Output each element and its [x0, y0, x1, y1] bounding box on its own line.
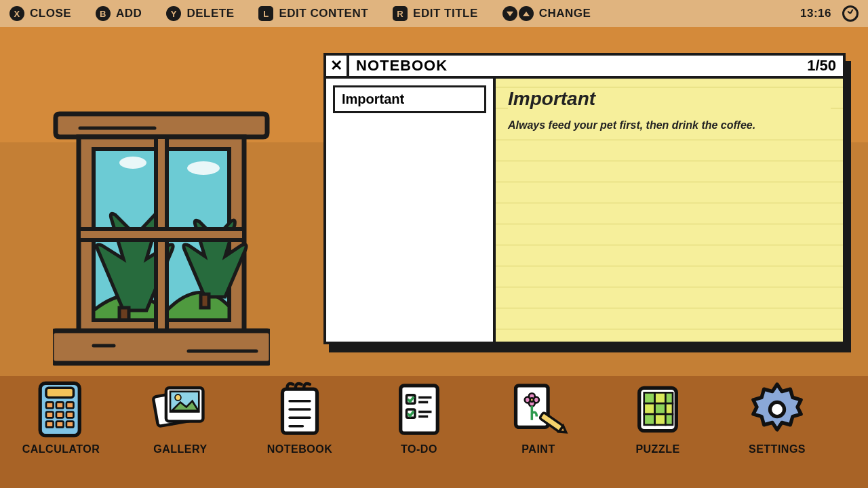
puzzle-icon	[628, 380, 688, 439]
svg-rect-17	[56, 402, 64, 408]
hint-change: CHANGE	[502, 6, 591, 21]
paint-icon	[509, 380, 568, 439]
gallery-icon	[151, 380, 210, 439]
room-window-art	[53, 107, 270, 378]
svg-rect-54	[655, 403, 666, 414]
notebook-page-counter: 1/50	[807, 57, 836, 75]
notebook-page[interactable]: Important Always feed your pet first, th…	[496, 79, 843, 342]
svg-rect-16	[46, 402, 54, 408]
svg-point-7	[187, 161, 220, 175]
notebook-entry[interactable]: Important	[333, 85, 486, 113]
svg-rect-56	[644, 414, 655, 425]
dock-app-label: SETTINGS	[749, 443, 806, 455]
hint-close-label: CLOSE	[30, 7, 71, 20]
dock-app-notebook[interactable]: NOTEBOOK	[259, 380, 340, 455]
svg-rect-50	[644, 392, 655, 403]
hint-edit-content: L EDIT CONTENT	[258, 6, 368, 21]
hint-close: X CLOSE	[9, 6, 71, 21]
svg-rect-19	[46, 412, 54, 418]
svg-point-46	[530, 398, 534, 401]
clock: 13:16	[800, 5, 859, 22]
button-r-icon: R	[393, 6, 408, 21]
button-b-icon: B	[96, 6, 111, 21]
button-x-icon: X	[9, 6, 24, 21]
app-dock: CALCULATOR GALLERY	[20, 380, 848, 481]
clock-time: 13:16	[800, 7, 831, 20]
svg-rect-52	[665, 392, 673, 403]
hint-edit-title-label: EDIT TITLE	[413, 7, 478, 20]
dock-app-paint[interactable]: PAINT	[498, 380, 579, 455]
svg-rect-15	[46, 388, 73, 397]
svg-rect-58	[665, 414, 673, 425]
button-y-icon: Y	[166, 6, 181, 21]
todo-icon	[389, 380, 449, 439]
dock-app-label: NOTEBOOK	[267, 443, 332, 455]
dock-app-puzzle[interactable]: PUZZLE	[617, 380, 698, 455]
hint-change-label: CHANGE	[539, 7, 591, 20]
hint-delete-label: DELETE	[186, 7, 234, 20]
notebook-entry-list: Important	[326, 79, 496, 342]
svg-rect-23	[56, 422, 64, 428]
notebook-page-content: Always feed your pet first, then drink t…	[508, 119, 831, 131]
close-icon: ✕	[330, 57, 342, 75]
svg-rect-55	[665, 403, 673, 414]
dock-app-label: GALLERY	[153, 443, 207, 455]
hint-edit-title: R EDIT TITLE	[393, 6, 478, 21]
svg-rect-3	[167, 149, 229, 229]
svg-rect-20	[56, 412, 64, 418]
svg-rect-24	[66, 422, 74, 428]
dpad-up-icon	[519, 6, 534, 21]
svg-rect-57	[655, 414, 666, 425]
svg-rect-51	[655, 392, 666, 403]
dock-app-gallery[interactable]: GALLERY	[140, 380, 221, 455]
button-l-icon: L	[258, 6, 273, 21]
hint-add: B ADD	[96, 6, 142, 21]
svg-rect-11	[79, 229, 244, 240]
dock-app-calculator[interactable]: CALCULATOR	[20, 380, 102, 455]
calculator-icon	[31, 380, 91, 439]
notebook-icon	[270, 380, 330, 439]
hint-delete: Y DELETE	[166, 6, 234, 21]
svg-rect-8	[119, 308, 129, 320]
dock-app-label: CALCULATOR	[22, 443, 100, 455]
svg-rect-53	[644, 403, 655, 414]
notebook-titlebar: ✕ NOTEBOOK 1/50	[326, 56, 843, 79]
svg-point-6	[119, 157, 146, 169]
hint-add-label: ADD	[116, 7, 142, 20]
notebook-close-button[interactable]: ✕	[326, 56, 349, 76]
notebook-page-title: Important	[508, 88, 831, 110]
svg-point-28	[175, 394, 181, 401]
svg-rect-18	[66, 402, 74, 408]
hint-edit-content-label: EDIT CONTENT	[279, 7, 368, 20]
svg-point-59	[770, 402, 784, 416]
svg-rect-22	[46, 422, 54, 428]
notebook-title: NOTEBOOK	[349, 57, 448, 75]
settings-icon	[747, 380, 807, 439]
svg-rect-9	[201, 294, 209, 308]
dock-app-label: TO-DO	[401, 443, 437, 455]
clock-icon	[842, 5, 859, 22]
dock-app-label: PUZZLE	[635, 443, 679, 455]
dock-app-settings[interactable]: SETTINGS	[736, 380, 818, 455]
dock-app-label: PAINT	[521, 443, 555, 455]
notebook-window: ✕ NOTEBOOK 1/50 Important Important Alwa…	[323, 53, 846, 344]
dock-app-todo[interactable]: TO-DO	[378, 380, 460, 455]
top-toolbar: X CLOSE B ADD Y DELETE L EDIT CONTENT R …	[0, 0, 868, 27]
svg-rect-21	[66, 412, 74, 418]
dpad-down-icon	[502, 6, 517, 21]
